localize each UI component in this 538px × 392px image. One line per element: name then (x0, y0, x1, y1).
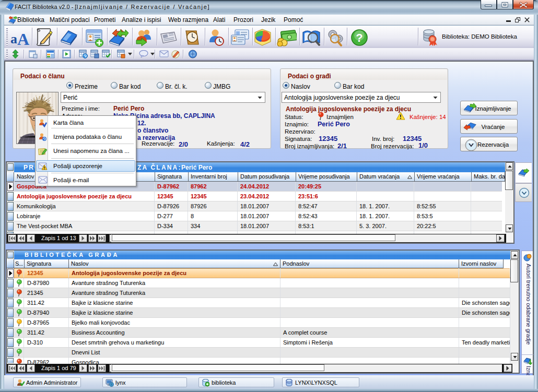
svg-text:?: ? (356, 31, 362, 44)
svg-text:a: a (10, 31, 17, 46)
svg-text:A: A (17, 30, 29, 46)
